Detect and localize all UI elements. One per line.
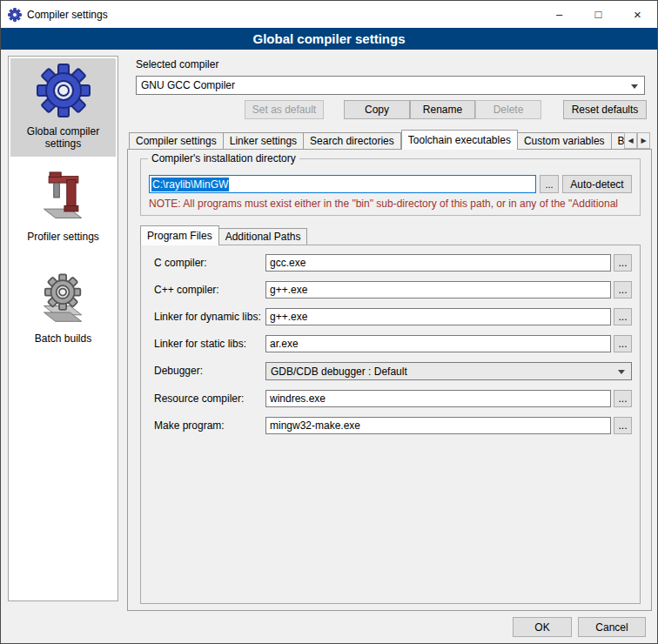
app-icon [8,8,22,22]
field-row-debugger: Debugger: GDB/CDB debugger : Default [141,362,640,381]
c-compiler-input[interactable] [265,254,611,272]
resource-compiler-input[interactable] [265,390,611,407]
subtab-additional-paths[interactable]: Additional Paths [219,228,308,245]
sidebar-item-label: Global compiler settings [10,125,116,150]
field-row-c-compiler: C compiler: ... [141,254,640,273]
gray-gear-stack-icon [37,273,90,325]
field-label: Make program: [154,419,225,432]
cpp-compiler-input[interactable] [265,281,611,299]
linker-static-input[interactable] [265,335,611,352]
field-row-make-program: Make program: ... [141,417,640,436]
browse-linker-static-button[interactable]: ... [614,335,632,352]
tab-compiler-settings[interactable]: Compiler settings [129,132,224,149]
browse-linker-dynamic-button[interactable]: ... [614,308,632,325]
delete-button[interactable]: Delete [475,100,541,119]
linker-dynamic-input[interactable] [265,308,611,325]
minimize-button[interactable]: – [540,2,579,28]
autodetect-button[interactable]: Auto-detect [562,175,632,193]
compiler-settings-window: Compiler settings – □ × Global compiler … [0,0,658,644]
browse-cpp-compiler-button[interactable]: ... [614,281,632,299]
field-label: C++ compiler: [154,284,219,296]
field-label: C compiler: [154,257,207,269]
field-label: Resource compiler: [154,392,244,405]
profiler-icon [37,171,90,224]
field-label: Debugger: [154,365,203,377]
browse-resource-compiler-button[interactable]: ... [614,390,632,407]
page-title: Global compiler settings [1,28,657,50]
field-row-resource-compiler: Resource compiler: ... [141,390,640,409]
compiler-select-value: GNU GCC Compiler [141,79,235,91]
compiler-select[interactable]: GNU GCC Compiler [136,76,645,95]
groupbox-legend: Compiler's installation directory [148,152,299,164]
ok-button[interactable]: OK [513,617,572,637]
browse-make-program-button[interactable]: ... [614,417,632,434]
note-text: NOTE: All programs must exist either in … [149,198,637,210]
sidebar-item-label: Profiler settings [27,231,99,243]
sidebar-item-label: Batch builds [35,332,91,345]
selected-text: C:\raylib\MinGW [151,178,229,191]
tab-strip: Compiler settings Linker settings Search… [129,130,628,150]
chevron-down-icon [631,84,638,89]
tab-scroll-arrows: ◀ ▶ [624,132,650,149]
install-dir-input[interactable]: C:\raylib\MinGW [149,175,536,193]
titlebar: Compiler settings – □ × [1,1,657,28]
selected-compiler-label: Selected compiler [136,58,218,70]
field-row-linker-static: Linker for static libs: ... [141,335,640,354]
blue-gear-icon [36,63,91,118]
subtab-strip: Program Files Additional Paths [140,225,307,245]
tab-custom-variables[interactable]: Custom variables [518,132,612,149]
tab-scroll-left-icon[interactable]: ◀ [624,132,637,149]
subtab-program-files[interactable]: Program Files [140,225,219,245]
maximize-button[interactable]: □ [579,2,618,28]
browse-c-compiler-button[interactable]: ... [614,254,632,272]
rename-button[interactable]: Rename [410,100,475,119]
sidebar-item-global-compiler-settings[interactable]: Global compiler settings [10,58,116,157]
field-label: Linker for static libs: [154,338,246,350]
field-row-cpp-compiler: C++ compiler: ... [141,281,640,300]
chevron-down-icon [618,370,625,374]
toolchain-executables-panel: Compiler's installation directory C:\ray… [127,149,652,611]
window-title: Compiler settings [27,9,108,21]
tab-linker-settings[interactable]: Linker settings [224,132,304,149]
tab-scroll-right-icon[interactable]: ▶ [637,132,650,149]
cancel-button[interactable]: Cancel [578,617,646,637]
main-area: Selected compiler GNU GCC Compiler Set a… [127,56,652,611]
make-program-input[interactable] [265,417,611,434]
debugger-select[interactable]: GDB/CDB debugger : Default [265,362,632,380]
sidebar: Global compiler settings Profiler settin… [8,56,118,601]
field-label: Linker for dynamic libs: [154,311,261,323]
tab-toolchain-executables[interactable]: Toolchain executables [401,130,518,150]
sidebar-item-profiler-settings[interactable]: Profiler settings [10,167,116,250]
tab-search-directories[interactable]: Search directories [304,132,401,149]
copy-button[interactable]: Copy [344,100,410,119]
debugger-select-value: GDB/CDB debugger : Default [271,366,407,378]
close-button[interactable]: × [618,2,657,28]
program-files-panel: C compiler: ... C++ compiler: ... Linker… [140,245,641,604]
browse-install-dir-button[interactable]: ... [540,175,559,193]
set-as-default-button[interactable]: Set as default [245,100,324,119]
sidebar-item-batch-builds[interactable]: Batch builds [10,269,116,352]
install-dir-groupbox: Compiler's installation directory C:\ray… [140,158,641,216]
field-row-linker-dynamic: Linker for dynamic libs: ... [141,308,640,327]
reset-defaults-button[interactable]: Reset defaults [563,100,647,119]
